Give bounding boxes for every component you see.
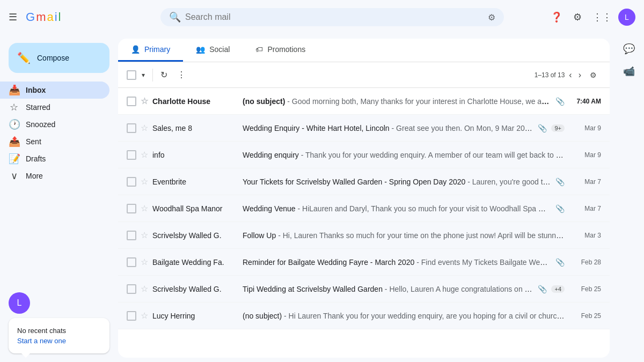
subject-snippet: Wedding Venue - HiLauren and Daryl, Than…: [243, 204, 551, 213]
star-icon[interactable]: ☆: [141, 230, 148, 240]
subject: Your Tickets for Scrivelsby Walled Garde…: [243, 178, 465, 186]
logo-m: m: [36, 10, 46, 24]
tab-social[interactable]: 👥 Social: [183, 39, 243, 62]
row-checkbox[interactable]: [127, 257, 136, 267]
star-icon[interactable]: ☆: [141, 284, 148, 294]
sender-name: Bailgate Wedding Fa.: [152, 258, 238, 267]
select-all-checkbox[interactable]: [127, 70, 136, 80]
toolbar-separator-1: [152, 69, 153, 82]
hamburger-button[interactable]: ☰: [4, 7, 21, 27]
help-button[interactable]: ❓: [546, 7, 567, 27]
gmail-logo: Gmail: [26, 10, 61, 24]
row-checkbox[interactable]: [127, 311, 136, 321]
refresh-button[interactable]: ↻: [156, 67, 172, 83]
star-icon[interactable]: ☆: [141, 96, 148, 106]
next-page-button[interactable]: ›: [576, 69, 583, 81]
sidebar-item-inbox-label: Inbox: [26, 86, 46, 94]
tab-primary-label: Primary: [144, 45, 170, 54]
table-row[interactable]: ☆ Woodhall Spa Manor Wedding Venue - HiL…: [118, 195, 610, 222]
subject-snippet: Your Tickets for Scrivelsby Walled Garde…: [243, 178, 551, 186]
sidebar-item-starred-label: Starred: [26, 103, 50, 112]
tab-primary[interactable]: 👤 Primary: [118, 39, 183, 62]
row-checkbox[interactable]: [127, 150, 136, 160]
more-icon: ∨: [9, 170, 19, 182]
display-density-button[interactable]: ⚙: [586, 68, 601, 83]
table-row[interactable]: ☆ Scrivelsby Walled G. Tipi Wedding at S…: [118, 276, 610, 302]
sidebar-item-snoozed-label: Snoozed: [26, 120, 55, 129]
more-actions-button[interactable]: ⋮: [173, 67, 190, 83]
subject: Wedding Venue: [243, 204, 296, 213]
tab-social-label: Social: [209, 45, 230, 54]
sender-name: Eventbrite: [152, 178, 238, 186]
snippet: - Hi, Lauren Thanks so much for your tim…: [278, 231, 565, 240]
sender-name: Lucy Herring: [152, 312, 238, 320]
email-date: Mar 7: [569, 205, 601, 212]
row-checkbox[interactable]: [127, 97, 136, 106]
sidebar-item-more[interactable]: ∨ More: [0, 167, 109, 184]
prev-page-button[interactable]: ‹: [567, 69, 574, 81]
subject: Follow Up: [243, 231, 276, 240]
row-checkbox[interactable]: [127, 123, 136, 133]
user-chat-avatar[interactable]: L: [9, 292, 30, 314]
star-icon[interactable]: ☆: [141, 123, 148, 133]
table-row[interactable]: ☆ Lucy Herring (no subject) - Hi Lauren …: [118, 302, 610, 329]
attachment-icon: 📎: [538, 285, 547, 293]
sender-name: Scrivelsby Walled G.: [152, 285, 238, 293]
sidebar-item-sent-label: Sent: [26, 137, 41, 146]
tab-promotions[interactable]: 🏷 Promotions: [243, 39, 318, 62]
subject-snippet: (no subject) - Hi Lauren Thank you for y…: [243, 312, 565, 320]
sender-name: Scrivelsby Walled G.: [152, 231, 238, 240]
row-checkbox[interactable]: [127, 177, 136, 187]
subject-snippet: Follow Up - Hi, Lauren Thanks so much fo…: [243, 231, 565, 240]
avatar[interactable]: L: [618, 9, 635, 26]
snippet: - Find events My Tickets Bailgate Weddin…: [416, 258, 551, 267]
snippet: - Thank you for your wedding enquiry. A …: [301, 151, 565, 159]
star-icon[interactable]: ☆: [141, 203, 148, 213]
meet-button[interactable]: 📹: [619, 61, 639, 82]
subject-snippet: Wedding enquiry - Thank you for your wed…: [243, 151, 565, 159]
snippet: - Good morning both, Many thanks for you…: [287, 97, 551, 106]
logo-g: G: [26, 10, 35, 24]
chat-button[interactable]: 💬: [619, 39, 639, 59]
no-recent-chats-text: No recent chats: [17, 327, 101, 335]
row-checkbox[interactable]: [127, 231, 136, 240]
main-panel: 👤 Primary 👥 Social 🏷 Promotions ▾ ↻ ⋮: [118, 39, 610, 358]
sidebar-item-snoozed[interactable]: 🕐 Snoozed: [0, 116, 109, 133]
settings-button[interactable]: ⚙: [569, 7, 586, 27]
logo-l: l: [58, 10, 61, 24]
subject: Tipi Wedding at Scrivelsby Walled Garden: [243, 285, 383, 293]
table-row[interactable]: ☆ Eventbrite Your Tickets for Scrivelsby…: [118, 168, 610, 195]
sidebar-item-sent[interactable]: 📤 Sent: [0, 133, 109, 150]
tab-promotions-label: Promotions: [267, 45, 305, 54]
sidebar-item-inbox[interactable]: 📥 Inbox: [0, 82, 109, 99]
chat-section: L: [9, 292, 109, 314]
star-icon[interactable]: ☆: [141, 257, 148, 267]
start-new-chat-link[interactable]: Start a new one: [17, 337, 66, 345]
table-row[interactable]: ☆ info Wedding enquiry - Thank you for y…: [118, 142, 610, 168]
table-row[interactable]: ☆ Scrivelsby Walled G. Follow Up - Hi, L…: [118, 222, 610, 249]
select-dropdown-button[interactable]: ▾: [137, 68, 149, 82]
logo-i: i: [55, 10, 57, 24]
compose-button[interactable]: ✏️ Compose: [9, 43, 109, 73]
sender-name: Woodhall Spa Manor: [152, 204, 238, 213]
search-input[interactable]: [185, 12, 484, 22]
snippet: - Great see you then. On Mon, 9 Mar 2020…: [392, 124, 534, 132]
star-icon[interactable]: ☆: [141, 150, 148, 160]
table-row[interactable]: ☆ Bailgate Wedding Fa. Reminder for Bail…: [118, 249, 610, 276]
compose-label: Compose: [37, 54, 69, 62]
search-icon: 🔍: [169, 11, 181, 23]
table-row[interactable]: ☆ Charlotte House (no subject) - Good mo…: [118, 88, 610, 115]
star-icon[interactable]: ☆: [141, 311, 148, 321]
sidebar: ✏️ Compose 📥 Inbox ☆ Starred 🕐 Snoozed 📤…: [0, 34, 118, 362]
row-checkbox[interactable]: [127, 284, 136, 294]
email-toolbar: ▾ ↻ ⋮ 1–13 of 13 ‹ › ⚙: [118, 62, 610, 88]
sidebar-item-drafts[interactable]: 📝 Drafts: [0, 150, 109, 167]
table-row[interactable]: ☆ Sales, me 8 Wedding Enquiry - White Ha…: [118, 115, 610, 142]
search-options-icon[interactable]: ⚙: [488, 12, 495, 23]
apps-button[interactable]: ⋮⋮: [588, 7, 616, 27]
snippet: - Lauren, you're good to go Keep your...: [467, 178, 551, 186]
row-checkbox[interactable]: [127, 204, 136, 213]
subject: (no subject): [243, 97, 285, 106]
star-icon[interactable]: ☆: [141, 176, 148, 187]
sidebar-item-starred[interactable]: ☆ Starred: [0, 99, 109, 116]
